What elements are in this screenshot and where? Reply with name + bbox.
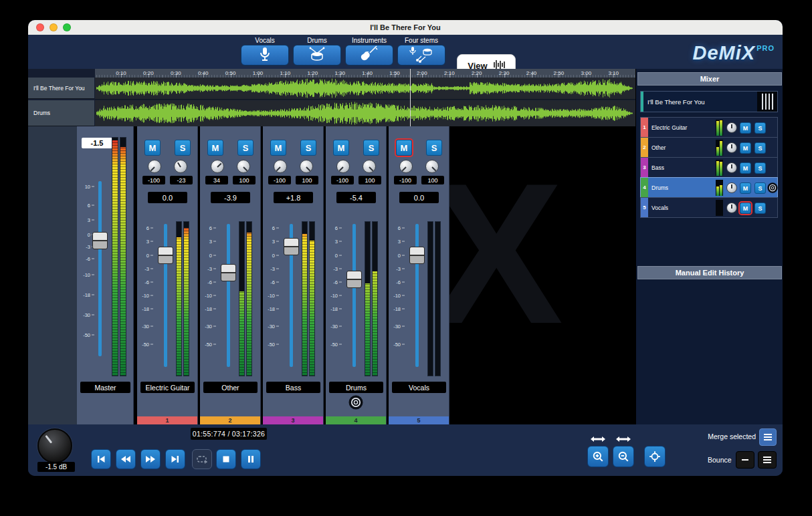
four-stems-separation-button[interactable] [397, 45, 445, 66]
mute-button[interactable]: M [396, 140, 412, 156]
fader-scale-label: -3 [389, 266, 405, 272]
pan-knob[interactable] [148, 160, 161, 173]
solo-button[interactable]: S [754, 142, 766, 154]
fader-track[interactable] [415, 224, 419, 367]
focus-ring-icon[interactable] [348, 395, 363, 412]
track-row-mix: I'll Be There For You [28, 78, 635, 99]
pan-knob[interactable] [174, 160, 187, 173]
pan-knob[interactable] [363, 160, 376, 173]
ruler-label: 1:00 [253, 69, 264, 78]
zoom-in-button[interactable] [587, 446, 609, 467]
solo-button[interactable]: S [175, 140, 191, 156]
close-button[interactable] [36, 23, 44, 31]
fader-scale-label: -10 [389, 293, 405, 299]
ruler-label: 1:10 [280, 69, 291, 78]
mute-button[interactable]: M [740, 162, 751, 174]
background-watermark: X [429, 153, 563, 354]
solo-button[interactable]: S [754, 203, 766, 214]
channel-strips: M S -100 -23 0.0 630-3-6-10-18-30-50 Ele… [137, 126, 449, 424]
pan-knob[interactable] [726, 203, 737, 213]
solo-button[interactable]: S [426, 140, 442, 156]
mixer-row-drums[interactable]: 4 Drums M S [640, 177, 778, 198]
waveform-canvas[interactable] [95, 78, 635, 100]
zoom-button[interactable] [63, 23, 71, 31]
solo-button[interactable]: S [363, 140, 379, 156]
mute-button[interactable]: M [740, 122, 751, 134]
fader-scale: 630-3-6-10-18-30-50 [137, 220, 157, 380]
stop-button[interactable] [216, 449, 236, 469]
mute-button[interactable]: M [740, 182, 751, 194]
fader-handle[interactable] [284, 238, 299, 255]
fast-forward-button[interactable] [140, 449, 161, 469]
master-mini-meter [757, 92, 777, 112]
mute-button[interactable]: M [333, 140, 349, 156]
pan-knob[interactable] [726, 182, 737, 193]
fader-scale-label: 0 [200, 253, 216, 259]
pan-knob[interactable] [726, 142, 737, 153]
fader-handle[interactable] [221, 264, 236, 281]
solo-button[interactable]: S [237, 140, 253, 156]
pan-knob[interactable] [399, 160, 413, 173]
level-meter [176, 221, 182, 376]
pan-knob[interactable] [726, 122, 737, 133]
output-volume-knob[interactable] [37, 428, 72, 463]
fader-handle[interactable] [409, 247, 425, 264]
mute-button[interactable]: M [740, 142, 751, 154]
pan-knob[interactable] [336, 160, 350, 173]
mixer-master-row[interactable]: I'll Be There For You [640, 91, 778, 112]
fader-scale-label: 3 [137, 239, 153, 245]
pan-knob[interactable] [726, 162, 737, 173]
mixer-row-vocals[interactable]: 5 Vocals M S [640, 197, 778, 218]
minimize-button[interactable] [49, 23, 58, 31]
fader-scale-label: -18 [200, 306, 216, 312]
vocals-separation-button[interactable] [241, 45, 289, 66]
channel-color-strip: 2 [200, 416, 260, 424]
mute-button[interactable]: M [740, 203, 751, 214]
pan-knob[interactable] [425, 160, 439, 173]
mute-button[interactable]: M [207, 140, 223, 156]
merge-selected-button[interactable] [759, 428, 777, 446]
mute-button[interactable]: M [144, 140, 161, 156]
loop-button[interactable] [192, 449, 212, 469]
mute-button[interactable]: M [270, 140, 286, 156]
master-fader-track[interactable] [98, 181, 102, 356]
pan-knob[interactable] [211, 160, 224, 173]
fader-track[interactable] [164, 224, 167, 367]
fader-scale-label: -6 [389, 279, 405, 285]
pan-knob[interactable] [300, 160, 313, 173]
pan-knob[interactable] [274, 160, 287, 173]
fader-track[interactable] [352, 224, 356, 367]
fader-handle[interactable] [158, 247, 173, 264]
mixer-row-electric-guitar[interactable]: 1 Electric Guitar M S [640, 117, 778, 138]
mixer-row-other[interactable]: 2 Other M S [640, 137, 778, 158]
skip-to-start-button[interactable] [91, 449, 111, 469]
pan-value: 100 [296, 176, 318, 184]
time-ruler[interactable]: 0:100:200:300:400:501:001:101:201:301:40… [95, 69, 635, 78]
skip-to-end-button[interactable] [165, 449, 185, 469]
fader-handle[interactable] [346, 271, 362, 288]
bounce-remove-button[interactable] [736, 451, 754, 469]
fader-track[interactable] [227, 224, 230, 367]
waveform-canvas[interactable] [95, 100, 635, 127]
solo-button[interactable]: S [754, 162, 766, 174]
rewind-button[interactable] [116, 449, 136, 469]
master-fader-handle[interactable] [92, 232, 108, 249]
toolbar: Vocals Drums [28, 35, 783, 69]
mixer-row-bass[interactable]: 3 Bass M S [640, 157, 778, 178]
solo-button[interactable]: S [754, 182, 766, 194]
fader-scale-label: -18 [389, 306, 405, 312]
track-label-mix[interactable]: I'll Be There For You [28, 78, 94, 99]
bounce-list-button[interactable] [758, 451, 777, 469]
focus-ring-icon[interactable] [767, 182, 778, 196]
drums-separation-button[interactable] [293, 45, 341, 66]
instruments-separation-button[interactable] [345, 45, 393, 66]
fader-scale-label: 0 [326, 253, 342, 259]
center-playhead-button[interactable] [644, 446, 666, 467]
solo-button[interactable]: S [754, 122, 766, 134]
track-label-drums[interactable]: Drums [28, 100, 94, 126]
pan-knob[interactable] [237, 160, 250, 173]
zoom-out-button[interactable] [613, 446, 634, 467]
pause-button[interactable] [241, 449, 261, 469]
solo-button[interactable]: S [300, 140, 316, 156]
playhead[interactable] [410, 69, 411, 126]
